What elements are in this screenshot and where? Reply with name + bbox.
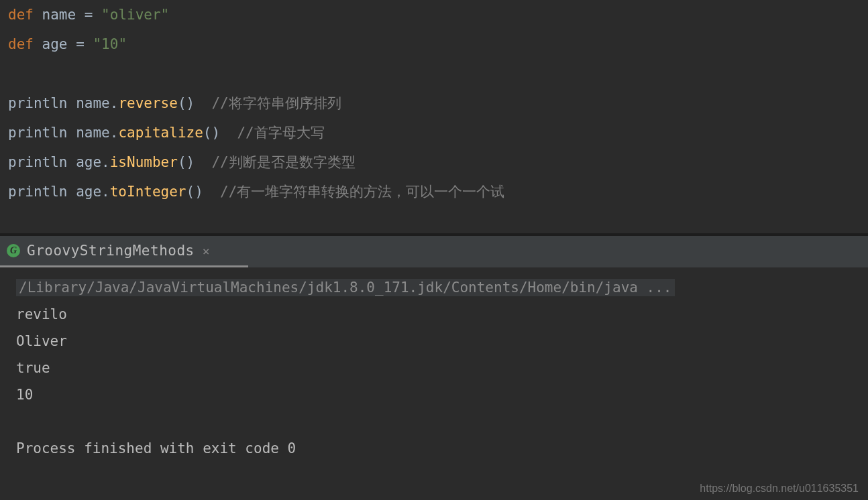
code-token: println age.	[8, 177, 110, 206]
editor-gap	[0, 206, 868, 233]
code-line[interactable]: def name = "oliver"	[8, 0, 860, 29]
code-token: println age.	[8, 147, 110, 177]
code-token: //有一堆字符串转换的方法，可以一个一个试	[220, 177, 504, 206]
code-token: toInteger	[110, 177, 186, 206]
code-token: isNumber	[110, 147, 178, 177]
console-line	[16, 408, 852, 435]
console-line: true	[16, 355, 852, 381]
code-line[interactable]: println name.reverse() //将字符串倒序排列	[8, 88, 860, 118]
close-icon[interactable]: ×	[203, 244, 210, 258]
console-line: revilo	[16, 301, 852, 328]
code-token: println name.	[8, 118, 118, 147]
code-token: ()	[203, 118, 237, 147]
code-token: =	[76, 29, 93, 59]
run-tab-row: G GroovyStringMethods ×	[0, 236, 868, 265]
watermark: https://blog.csdn.net/u011635351	[700, 483, 859, 495]
code-token: ()	[178, 147, 212, 177]
code-token: "10"	[93, 29, 127, 59]
code-token: =	[85, 0, 101, 29]
console-command: /Library/Java/JavaVirtualMachines/jdk1.8…	[16, 279, 675, 296]
code-token: //首字母大写	[237, 118, 324, 147]
code-line[interactable]: println age.toInteger() //有一堆字符串转换的方法，可以…	[8, 177, 860, 206]
code-token: def	[8, 0, 34, 29]
code-token: ()	[186, 177, 221, 206]
code-line[interactable]: println age.isNumber() //判断是否是数字类型	[8, 147, 860, 177]
code-token: age	[34, 29, 76, 59]
code-editor[interactable]: def name = "oliver"def age = "10" printl…	[0, 0, 868, 206]
console-line: 10	[16, 381, 852, 408]
code-token: capitalize	[118, 118, 203, 147]
code-token: println name.	[8, 88, 118, 118]
code-token: //判断是否是数字类型	[211, 147, 355, 177]
groovy-icon: G	[7, 244, 20, 257]
code-line[interactable]: def age = "10"	[8, 29, 860, 59]
code-token: reverse	[118, 88, 178, 118]
run-tab-label[interactable]: GroovyStringMethods	[27, 243, 195, 259]
code-line[interactable]	[8, 59, 860, 88]
code-token: //将字符串倒序排列	[211, 88, 341, 118]
code-token: "oliver"	[101, 0, 169, 29]
console-line: Process finished with exit code 0	[16, 435, 852, 462]
run-panel: G GroovyStringMethods × /Library/Java/Ja…	[0, 236, 868, 462]
code-token: ()	[178, 88, 212, 118]
code-line[interactable]: println name.capitalize() //首字母大写	[8, 118, 860, 147]
console-line: Oliver	[16, 328, 852, 355]
code-token: name	[34, 0, 85, 29]
console-output[interactable]: /Library/Java/JavaVirtualMachines/jdk1.8…	[0, 267, 868, 462]
code-token: def	[8, 29, 34, 59]
